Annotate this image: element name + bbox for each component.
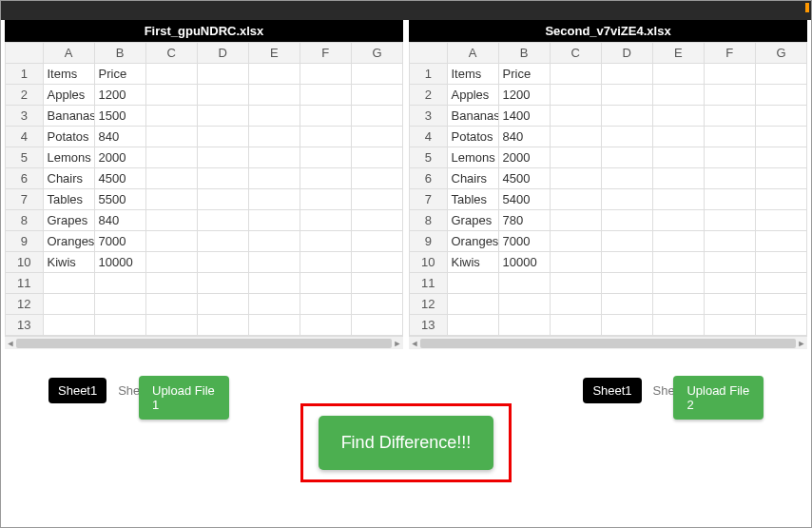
row-header[interactable]: 8 xyxy=(410,210,448,231)
cell[interactable] xyxy=(704,273,755,294)
cell[interactable]: 1200 xyxy=(94,85,145,106)
column-header[interactable]: C xyxy=(145,43,197,64)
cell[interactable] xyxy=(300,252,351,273)
cell[interactable]: 2000 xyxy=(94,147,145,168)
cell[interactable] xyxy=(755,273,806,294)
cell[interactable] xyxy=(704,168,755,189)
cell[interactable] xyxy=(704,85,755,106)
cell[interactable] xyxy=(601,273,652,294)
cell[interactable] xyxy=(43,273,94,294)
left-h-scrollbar[interactable]: ◄ ► xyxy=(5,336,403,349)
cell[interactable] xyxy=(351,85,402,106)
cell[interactable]: Bananas xyxy=(43,106,94,127)
cell[interactable] xyxy=(351,210,402,231)
cell[interactable] xyxy=(601,106,652,127)
cell[interactable] xyxy=(601,210,652,231)
column-header[interactable]: G xyxy=(755,43,806,64)
cell[interactable] xyxy=(145,106,197,127)
cell[interactable] xyxy=(248,273,300,294)
cell[interactable] xyxy=(197,273,248,294)
cell[interactable] xyxy=(550,252,601,273)
cell[interactable] xyxy=(197,252,248,273)
cell[interactable] xyxy=(704,127,755,147)
find-difference-button[interactable]: Find Difference!!! xyxy=(319,416,494,470)
row-header[interactable]: 13 xyxy=(410,315,448,336)
cell[interactable] xyxy=(197,168,248,189)
cell[interactable]: Grapes xyxy=(43,210,94,231)
cell[interactable] xyxy=(550,273,601,294)
row-header[interactable]: 6 xyxy=(6,168,44,189)
tab-sheet1-left[interactable]: Sheet1 xyxy=(48,378,106,403)
cell[interactable] xyxy=(248,189,300,210)
cell[interactable] xyxy=(652,127,704,147)
cell[interactable] xyxy=(351,168,402,189)
cell[interactable]: 1400 xyxy=(498,106,550,127)
cell[interactable] xyxy=(601,189,652,210)
cell[interactable] xyxy=(704,294,755,315)
row-header[interactable]: 3 xyxy=(6,106,44,127)
cell[interactable] xyxy=(300,64,351,85)
cell[interactable] xyxy=(300,210,351,231)
cell[interactable] xyxy=(197,127,248,147)
cell[interactable] xyxy=(704,64,755,85)
cell[interactable] xyxy=(351,147,402,168)
cell[interactable] xyxy=(94,273,145,294)
cell[interactable] xyxy=(351,294,402,315)
cell[interactable] xyxy=(197,85,248,106)
cell[interactable] xyxy=(755,106,806,127)
cell[interactable] xyxy=(550,127,601,147)
cell[interactable] xyxy=(197,210,248,231)
cell[interactable] xyxy=(351,273,402,294)
cell[interactable] xyxy=(704,106,755,127)
cell[interactable] xyxy=(248,64,300,85)
cell[interactable] xyxy=(248,231,300,252)
cell[interactable]: 10000 xyxy=(498,252,550,273)
cell[interactable]: 840 xyxy=(94,127,145,147)
scroll-left-icon[interactable]: ◄ xyxy=(6,339,15,348)
cell[interactable] xyxy=(704,147,755,168)
row-header[interactable]: 4 xyxy=(410,127,448,147)
cell[interactable]: Lemons xyxy=(447,147,498,168)
cell[interactable]: Tables xyxy=(43,189,94,210)
row-header[interactable]: 13 xyxy=(6,315,44,336)
cell[interactable] xyxy=(145,315,197,336)
column-header[interactable]: B xyxy=(498,43,550,64)
cell[interactable]: Items xyxy=(447,64,498,85)
cell[interactable] xyxy=(248,294,300,315)
cell[interactable] xyxy=(248,85,300,106)
cell[interactable]: 840 xyxy=(94,210,145,231)
cell[interactable] xyxy=(601,168,652,189)
cell[interactable] xyxy=(447,273,498,294)
cell[interactable]: Tables xyxy=(447,189,498,210)
cell[interactable] xyxy=(145,210,197,231)
cell[interactable] xyxy=(550,315,601,336)
cell[interactable] xyxy=(755,210,806,231)
cell[interactable] xyxy=(755,189,806,210)
cell[interactable]: Bananas xyxy=(447,106,498,127)
cell[interactable]: Lemons xyxy=(43,147,94,168)
cell[interactable] xyxy=(601,252,652,273)
cell[interactable] xyxy=(755,231,806,252)
cell[interactable] xyxy=(601,231,652,252)
cell[interactable]: 2000 xyxy=(498,147,550,168)
cell[interactable] xyxy=(652,273,704,294)
cell[interactable] xyxy=(300,273,351,294)
cell[interactable] xyxy=(601,147,652,168)
cell[interactable] xyxy=(43,294,94,315)
cell[interactable] xyxy=(704,252,755,273)
cell[interactable] xyxy=(652,147,704,168)
cell[interactable] xyxy=(300,315,351,336)
cell[interactable] xyxy=(248,147,300,168)
row-header[interactable]: 1 xyxy=(6,64,44,85)
column-header[interactable]: A xyxy=(43,43,94,64)
cell[interactable] xyxy=(197,64,248,85)
cell[interactable] xyxy=(145,273,197,294)
cell[interactable]: Kiwis xyxy=(43,252,94,273)
cell[interactable] xyxy=(550,64,601,85)
cell[interactable] xyxy=(704,231,755,252)
cell[interactable] xyxy=(145,189,197,210)
cell[interactable] xyxy=(755,315,806,336)
row-header[interactable]: 7 xyxy=(410,189,448,210)
cell[interactable] xyxy=(248,252,300,273)
cell[interactable] xyxy=(755,252,806,273)
